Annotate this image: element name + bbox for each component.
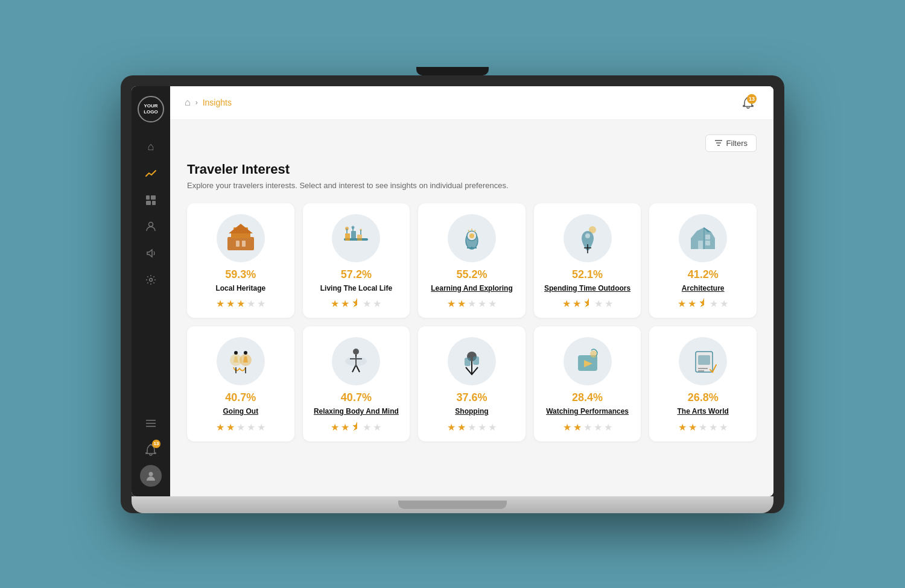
interest-icon-arts-world — [679, 337, 727, 385]
interest-percentage-living-local-life: 57.2% — [341, 268, 372, 281]
interest-label-going-out[interactable]: Going Out — [223, 406, 258, 417]
interest-label-spending-time-outdoors[interactable]: Spending Time Outdoors — [544, 283, 630, 294]
interest-card-relaxing-body-mind[interactable]: 40.7%Relaxing Body And Mind★★⯨★★ — [303, 326, 410, 441]
sidebar-item-analytics[interactable] — [138, 162, 164, 185]
svg-rect-2 — [146, 201, 151, 205]
interest-stars-arts-world: ★★★★★ — [678, 422, 728, 433]
svg-rect-17 — [236, 241, 240, 247]
interest-stars-local-heritage: ★★★★★ — [216, 298, 265, 309]
svg-rect-1 — [151, 195, 156, 200]
interest-card-watching-performances[interactable]: 28.4%Watching Performances★★★★★ — [534, 326, 641, 441]
svg-rect-41 — [705, 241, 710, 245]
svg-rect-3 — [152, 201, 156, 205]
header-right: 13 — [737, 92, 759, 113]
interest-icon-local-heritage — [217, 214, 265, 262]
svg-point-56 — [590, 350, 597, 358]
interest-card-learning-exploring[interactable]: 55.2%Learning And Exploring★★★★★ — [418, 203, 526, 318]
interest-percentage-architecture: 41.2% — [688, 268, 719, 281]
interest-stars-shopping: ★★★★★ — [447, 422, 497, 433]
user-avatar[interactable] — [140, 465, 162, 487]
sidebar-item-notification[interactable]: 13 — [138, 438, 164, 461]
interest-icon-living-local-life — [332, 214, 380, 262]
interest-card-architecture[interactable]: 41.2%Architecture★★⯨★★ — [649, 203, 757, 318]
svg-point-32 — [469, 233, 474, 238]
interest-stars-relaxing-body-mind: ★★⯨★★ — [331, 422, 381, 433]
interest-card-going-out[interactable]: 40.7%Going Out★★★★★ — [187, 326, 294, 441]
sidebar-item-megaphone[interactable] — [138, 242, 164, 265]
content-area: Filters Traveler Interest Explore your t… — [170, 120, 773, 496]
interest-percentage-arts-world: 26.8% — [688, 391, 719, 404]
interest-stars-architecture: ★★⯨★★ — [678, 298, 728, 309]
page-subtitle: Explore your travelers interests. Select… — [187, 181, 757, 190]
interest-percentage-spending-time-outdoors: 52.1% — [572, 268, 603, 281]
interest-label-arts-world[interactable]: The Arts World — [678, 406, 729, 417]
sidebar-item-profile[interactable] — [138, 215, 164, 238]
page-title: Traveler Interest — [187, 162, 757, 177]
sidebar-item-list[interactable] — [138, 412, 164, 435]
notification-badge: 13 — [747, 94, 757, 104]
sidebar-notification-badge: 13 — [152, 440, 160, 448]
interest-card-shopping[interactable]: 37.6%Shopping★★★★★ — [418, 326, 526, 441]
svg-point-45 — [234, 351, 238, 355]
interest-percentage-going-out: 40.7% — [225, 391, 256, 404]
svg-point-50 — [345, 356, 367, 366]
interest-card-arts-world[interactable]: 26.8%The Arts World★★★★★ — [649, 326, 757, 441]
svg-rect-20 — [345, 233, 350, 241]
svg-rect-18 — [242, 241, 246, 247]
interest-label-shopping[interactable]: Shopping — [455, 406, 488, 417]
interest-icon-watching-performances — [564, 337, 612, 385]
interest-stars-learning-exploring: ★★★★★ — [447, 298, 497, 309]
interest-card-spending-time-outdoors[interactable]: 52.1%Spending Time Outdoors★★⯨★★ — [534, 203, 641, 318]
interest-percentage-local-heritage: 59.3% — [225, 268, 256, 281]
interest-stars-going-out: ★★★★★ — [216, 422, 265, 433]
svg-rect-53 — [473, 356, 479, 365]
logo[interactable]: YOUR LOGO — [138, 96, 164, 122]
sidebar-item-grid[interactable] — [138, 189, 164, 212]
svg-point-49 — [353, 349, 359, 355]
interest-label-local-heritage: Local Heritage — [215, 283, 265, 294]
svg-point-46 — [244, 351, 247, 355]
interest-percentage-relaxing-body-mind: 40.7% — [341, 391, 372, 404]
interest-label-learning-exploring[interactable]: Learning And Exploring — [431, 283, 513, 294]
svg-rect-52 — [465, 358, 471, 366]
interest-label-architecture[interactable]: Architecture — [682, 283, 725, 294]
interest-card-local-heritage[interactable]: 59.3%Local Heritage★★★★★ — [187, 203, 294, 318]
breadcrumb-home-icon[interactable]: ⌂ — [185, 97, 191, 108]
interest-stars-living-local-life: ★★⯨★★ — [331, 298, 381, 309]
interest-percentage-learning-exploring: 55.2% — [456, 268, 487, 281]
interest-icon-going-out — [217, 337, 265, 385]
interest-icon-spending-time-outdoors — [564, 214, 612, 262]
sidebar-item-settings[interactable] — [138, 268, 164, 291]
interest-icon-architecture — [679, 214, 727, 262]
svg-rect-0 — [146, 195, 150, 200]
svg-marker-16 — [229, 224, 253, 233]
svg-point-4 — [149, 222, 153, 226]
interests-grid: 59.3%Local Heritage★★★★★ 57.2%Living The… — [187, 203, 757, 442]
svg-rect-21 — [351, 231, 356, 241]
filters-button[interactable]: Filters — [705, 134, 757, 152]
filters-row: Filters — [187, 134, 757, 152]
notification-bell[interactable]: 13 — [737, 92, 759, 113]
interest-icon-relaxing-body-mind — [332, 337, 380, 385]
interest-label-relaxing-body-mind[interactable]: Relaxing Body And Mind — [314, 406, 399, 417]
sidebar-item-home[interactable]: ⌂ — [138, 136, 164, 159]
interest-card-living-local-life[interactable]: 57.2%Living The Local Life★★⯨★★ — [303, 203, 410, 318]
svg-rect-40 — [698, 241, 703, 249]
svg-rect-58 — [698, 355, 710, 365]
header: ⌂ › Insights 13 — [170, 86, 773, 120]
sidebar: YOUR LOGO ⌂ — [132, 86, 170, 496]
interest-percentage-shopping: 37.6% — [456, 391, 487, 404]
svg-point-9 — [149, 472, 153, 476]
interest-label-living-local-life: Living The Local Life — [320, 283, 392, 294]
svg-point-5 — [150, 278, 153, 281]
interest-icon-learning-exploring — [448, 214, 496, 262]
svg-point-39 — [585, 233, 590, 238]
breadcrumb-current: Insights — [203, 98, 232, 107]
interest-label-watching-performances[interactable]: Watching Performances — [546, 406, 629, 417]
main-content: ⌂ › Insights 13 — [170, 86, 773, 496]
interest-stars-watching-performances: ★★★★★ — [563, 422, 612, 433]
svg-rect-13 — [227, 237, 254, 250]
svg-rect-22 — [357, 235, 362, 241]
breadcrumb: ⌂ › Insights — [185, 97, 737, 108]
breadcrumb-chevron-icon: › — [195, 98, 198, 107]
